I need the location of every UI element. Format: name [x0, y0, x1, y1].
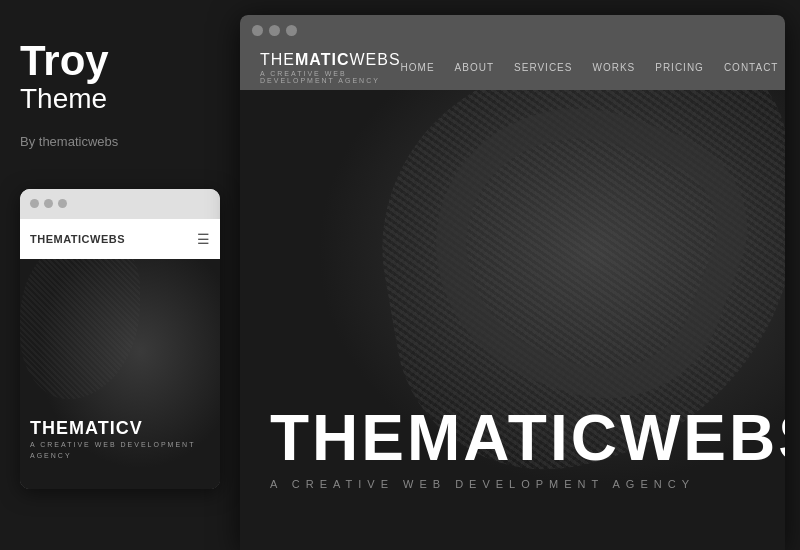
mobile-logo-webs: WEBS [90, 233, 125, 245]
mobile-dot-1 [30, 199, 39, 208]
nav-link-about[interactable]: ABOUT [455, 62, 494, 73]
theme-title-troy: Troy [20, 40, 109, 82]
desktop-hero: THEMATICWEBS A CREATIVE WEB DEVELOPMENT … [240, 90, 785, 550]
mobile-preview: THEMATICWEBS ☰ THEMATICV A CREATIVE WEB … [20, 189, 220, 489]
mobile-logo-matic: MATIC [54, 233, 91, 245]
desktop-nav: THEMATICWEBS A CREATIVE WEB DEVELOPMENT … [240, 45, 785, 90]
mobile-hero: THEMATICV A CREATIVE WEB DEVELOPMENT AGE… [20, 259, 220, 489]
nav-link-contact[interactable]: CONTACT [724, 62, 779, 73]
nav-link-services[interactable]: SERVICES [514, 62, 572, 73]
desktop-logo-the: THE [260, 51, 295, 68]
mobile-dot-3 [58, 199, 67, 208]
mobile-nav: THEMATICWEBS ☰ [20, 219, 220, 259]
theme-author: By thematicwebs [20, 134, 118, 149]
mobile-hero-text: THEMATICV A CREATIVE WEB DEVELOPMENT AGE… [30, 419, 195, 459]
desktop-logo-text: THEMATICWEBS A CREATIVE WEB DEVELOPMENT … [260, 51, 401, 84]
theme-title-block: Troy Theme [20, 40, 109, 116]
desktop-brand-sub: A CREATIVE WEB DEVELOPMENT AGENCY [270, 478, 785, 490]
mobile-logo: THEMATICWEBS [30, 233, 125, 245]
nav-link-works[interactable]: WORKS [592, 62, 635, 73]
mobile-titlebar [20, 189, 220, 219]
desktop-logo-sub: A CREATIVE WEB DEVELOPMENT AGENCY [260, 70, 401, 84]
desktop-logo: THEMATICWEBS A CREATIVE WEB DEVELOPMENT … [260, 51, 401, 84]
sidebar: Troy Theme By thematicwebs THEMATICWEBS … [0, 0, 240, 550]
nav-link-home[interactable]: HOME [401, 62, 435, 73]
desktop-logo-webs: WEBS [349, 51, 400, 68]
desktop-hero-content: THEMATICWEBS A CREATIVE WEB DEVELOPMENT … [270, 406, 785, 490]
desktop-nav-links: HOME ABOUT SERVICES WORKS PRICING CONTAC… [401, 62, 779, 73]
desktop-titlebar [240, 15, 785, 45]
desktop-dot-red [252, 25, 263, 36]
desktop-preview: THEMATICWEBS A CREATIVE WEB DEVELOPMENT … [240, 15, 785, 550]
mobile-content: THEMATICWEBS ☰ THEMATICV A CREATIVE WEB … [20, 219, 220, 489]
desktop-dot-yellow [269, 25, 280, 36]
mobile-logo-the: THE [30, 233, 54, 245]
mobile-hamburger-icon[interactable]: ☰ [197, 231, 210, 247]
desktop-dot-green [286, 25, 297, 36]
mobile-dot-2 [44, 199, 53, 208]
desktop-logo-matic: MATIC [295, 51, 349, 68]
nav-link-pricing[interactable]: PRICING [655, 62, 704, 73]
mobile-hero-brand: THEMATICV [30, 419, 195, 437]
mobile-hero-sub2: AGENCY [30, 452, 195, 459]
theme-title-theme: Theme [20, 82, 109, 116]
desktop-brand-name: THEMATICWEBS [270, 406, 785, 470]
mobile-hero-sub: A CREATIVE WEB DEVELOPMENT [30, 441, 195, 448]
